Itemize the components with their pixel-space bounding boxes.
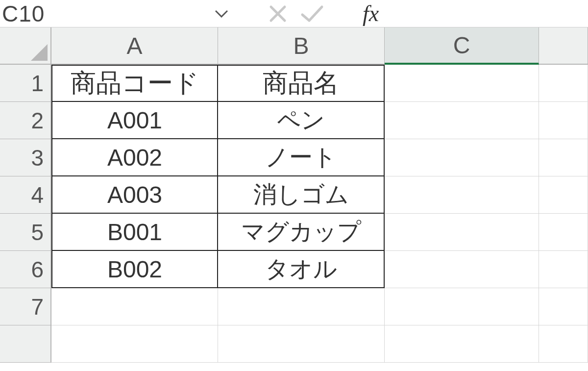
cell-b1[interactable]: 商品名 <box>218 65 385 102</box>
cell-a6[interactable]: B002 <box>51 251 218 288</box>
cell-a1[interactable]: 商品コード <box>51 65 218 102</box>
row-header-2[interactable]: 2 <box>0 102 51 139</box>
row-header-6[interactable]: 6 <box>0 251 51 288</box>
cell-a7[interactable] <box>51 288 218 325</box>
row-header-7[interactable]: 7 <box>0 288 51 325</box>
cell-b4[interactable]: 消しゴム <box>218 176 385 214</box>
cell-b3[interactable]: ノート <box>218 139 385 176</box>
name-box-dropdown-icon[interactable] <box>211 0 232 27</box>
enter-icon <box>295 0 329 27</box>
cell-d3[interactable] <box>539 139 588 176</box>
cell-b2[interactable]: ペン <box>218 102 385 139</box>
cell-c1[interactable] <box>385 65 539 102</box>
cell-c7[interactable] <box>385 288 539 325</box>
row-header-1[interactable]: 1 <box>0 65 51 102</box>
cell-b8[interactable] <box>218 325 385 363</box>
cell-c8[interactable] <box>385 325 539 363</box>
cell-c3[interactable] <box>385 139 539 176</box>
row-header-3[interactable]: 3 <box>0 139 51 176</box>
cancel-icon <box>261 0 295 27</box>
cell-b5[interactable]: マグカップ <box>218 214 385 251</box>
column-header-next[interactable] <box>539 27 588 65</box>
column-header-a[interactable]: A <box>51 27 218 65</box>
cell-d8[interactable] <box>539 325 588 363</box>
column-header-b[interactable]: B <box>218 27 385 65</box>
formula-bar-row: C10 fx <box>0 0 588 27</box>
cell-d1[interactable] <box>539 65 588 102</box>
cell-b7[interactable] <box>218 288 385 325</box>
column-header-c[interactable]: C <box>385 27 539 65</box>
select-all-corner[interactable] <box>0 27 51 65</box>
cell-b6[interactable]: タオル <box>218 251 385 288</box>
cell-d4[interactable] <box>539 176 588 214</box>
cell-c6[interactable] <box>385 251 539 288</box>
cell-d2[interactable] <box>539 102 588 139</box>
cell-a3[interactable]: A002 <box>51 139 218 176</box>
name-box[interactable]: C10 <box>0 0 211 27</box>
formula-bar-input[interactable] <box>379 0 588 27</box>
cell-d7[interactable] <box>539 288 588 325</box>
cell-a5[interactable]: B001 <box>51 214 218 251</box>
cell-c4[interactable] <box>385 176 539 214</box>
spreadsheet-grid: A B C 1 商品コード 商品名 2 A001 ペン 3 A002 ノート 4… <box>0 27 588 363</box>
row-header-4[interactable]: 4 <box>0 176 51 214</box>
row-header-5[interactable]: 5 <box>0 214 51 251</box>
cell-c2[interactable] <box>385 102 539 139</box>
cell-d5[interactable] <box>539 214 588 251</box>
cell-a4[interactable]: A003 <box>51 176 218 214</box>
cell-c5[interactable] <box>385 214 539 251</box>
cell-d6[interactable] <box>539 251 588 288</box>
cell-a8[interactable] <box>51 325 218 363</box>
row-header-8[interactable] <box>0 325 51 363</box>
cell-a2[interactable]: A001 <box>51 102 218 139</box>
insert-function-icon[interactable]: fx <box>358 0 379 26</box>
